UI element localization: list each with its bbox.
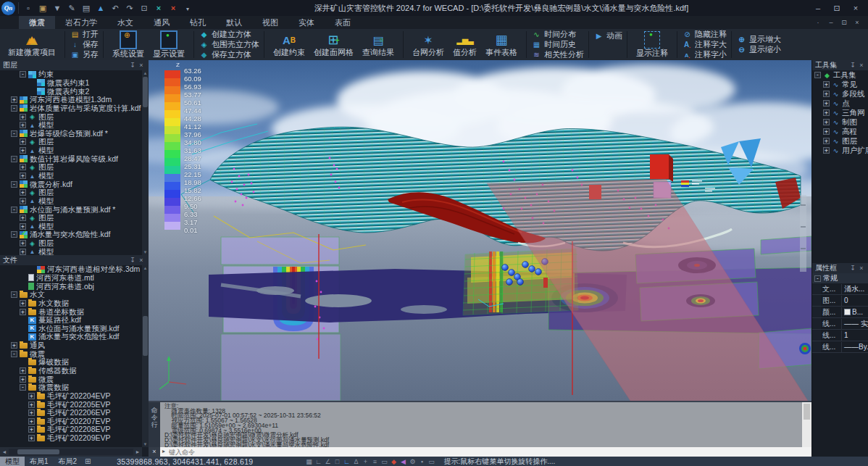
object-snap-tracking-icon[interactable]: ∆ [352, 458, 359, 465]
file-tree-item[interactable]: 涌水量与突水危险性.kdf [0, 333, 142, 341]
edit-icon[interactable] [65, 2, 78, 14]
file-tree-item[interactable]: 河东河西巷道相对坐标.3dm [0, 265, 142, 274]
expand-icon[interactable]: + [28, 393, 35, 399]
restore-button[interactable]: ⊡ [827, 1, 846, 15]
file-tree-item[interactable]: 爆破数据 [0, 358, 142, 367]
expand-icon[interactable]: + [823, 109, 830, 116]
doc-minimize-button[interactable]: – [825, 19, 838, 26]
ribbon-button-显示注释[interactable]: 显示注释 [632, 30, 672, 60]
transparency-icon[interactable]: ▭ [380, 458, 388, 465]
open-file-icon[interactable] [36, 2, 49, 14]
property-row[interactable]: 图...0 [812, 295, 868, 307]
pin-icon[interactable]: ↧ [848, 62, 857, 69]
file-tree-item[interactable]: 河西河东巷道.obj [0, 282, 142, 291]
file-tree-item[interactable]: +毛坪矿202205EVP [0, 400, 142, 409]
ribbon-button-查询结果[interactable]: 查询结果 [358, 30, 398, 60]
collapse-icon[interactable]: - [20, 71, 26, 78]
collapse-icon[interactable]: - [11, 351, 17, 357]
layer-tree-item[interactable]: +模型 [0, 247, 142, 255]
menu-tab-水文[interactable]: 水文 [107, 16, 143, 29]
expand-icon[interactable]: + [28, 418, 35, 425]
layers-scrollbar[interactable]: ▲ ▼ [142, 70, 149, 255]
property-row[interactable]: 线...—— 实... [812, 318, 868, 330]
close-view-icon[interactable] [152, 2, 165, 14]
close-doc-icon[interactable] [167, 2, 180, 14]
toolbox-tree-item[interactable]: +常见 [812, 80, 868, 89]
doc-menu-icon[interactable]: · [811, 19, 825, 26]
viewport-3d-scene[interactable] [149, 60, 811, 401]
ribbon-button-隐藏注释[interactable]: 隐藏注释 [682, 30, 727, 39]
expand-icon[interactable]: + [28, 409, 35, 416]
qat-menu-icon[interactable] [181, 2, 194, 14]
lineweight-icon[interactable]: ≡ [371, 458, 378, 465]
layer-tree-item[interactable]: +图层 [0, 214, 142, 222]
minimize-button[interactable]: – [809, 1, 827, 15]
file-tree-item[interactable]: +毛坪矿202204EVP [0, 392, 142, 401]
new-file-icon[interactable] [22, 2, 35, 14]
new-layout-icon[interactable]: ⊞ [82, 457, 93, 465]
expand-icon[interactable]: + [20, 114, 26, 120]
expand-icon[interactable]: + [823, 128, 830, 135]
ribbon-button-显示增大[interactable]: 显示增大 [736, 35, 781, 44]
layout-tab-模型[interactable]: 模型 [0, 457, 25, 466]
brand-a-icon[interactable] [94, 2, 107, 14]
expand-icon[interactable]: + [20, 122, 26, 128]
snap-icon[interactable]: ∟ [314, 458, 322, 465]
ribbon-button-相关性分析[interactable]: 相关性分析 [531, 50, 584, 59]
toolbox-tree-item[interactable]: +图层 [812, 136, 868, 146]
file-tree-item[interactable]: -水文 [0, 291, 142, 299]
save-file-icon[interactable] [51, 2, 64, 14]
doc-close-button[interactable]: × [851, 19, 864, 26]
ribbon-button-新建微震项目[interactable]: 新建微震项目 [4, 30, 60, 60]
expand-icon[interactable]: + [823, 81, 830, 88]
files-scrollbar[interactable]: ▲ ▼ [142, 265, 149, 447]
ribbon-button-注释字大[interactable]: 注释字大 [682, 40, 727, 49]
ribbon-button-创建面网格[interactable]: 创建面网格 [309, 30, 358, 60]
collapse-icon[interactable]: - [11, 207, 17, 213]
ribbon-button-另存[interactable]: 另存 [70, 50, 99, 59]
layer-tree-item[interactable]: -数值计算岩爆风险等级.kdf [0, 154, 142, 163]
layer-tree-item[interactable]: +模型 [0, 197, 142, 206]
layer-tree-item[interactable]: -水位面与涌水量预测.kdf * [0, 205, 142, 214]
expand-icon[interactable]: + [20, 240, 26, 246]
workspace-gear-icon[interactable]: ⚙ [409, 458, 416, 465]
layout-tab-布局2[interactable]: 布局2 [54, 457, 83, 466]
collapse-icon[interactable]: - [814, 275, 821, 282]
osnap-icon[interactable]: ∟ [343, 458, 350, 465]
expand-icon[interactable]: + [20, 198, 26, 204]
menu-tab-视图[interactable]: 视图 [252, 16, 288, 29]
toolbox-tree-item[interactable]: -工具集 [812, 70, 868, 80]
collapse-icon[interactable]: - [11, 291, 17, 298]
menu-tab-钻孔[interactable]: 钻孔 [180, 16, 216, 29]
layer-tree-item[interactable]: +图层 [0, 138, 142, 146]
file-tree-item[interactable]: 蔓延路径.kdf [0, 316, 142, 325]
expand-icon[interactable]: + [20, 376, 26, 383]
ribbon-button-打开[interactable]: 打开 [70, 30, 99, 39]
property-row[interactable]: 线...——By... [812, 341, 868, 353]
tree-horizontal-scrollbar[interactable]: ◄ ► [0, 447, 142, 457]
close-button[interactable]: × [846, 1, 865, 15]
expand-icon[interactable]: + [20, 367, 26, 374]
expand-icon[interactable]: + [28, 426, 35, 433]
expand-icon[interactable]: + [11, 96, 17, 103]
ribbon-button-创建立方体[interactable]: 创建立方体 [199, 30, 259, 39]
ribbon-button-保存立方体[interactable]: 保存立方体 [199, 50, 259, 59]
layer-tree-item[interactable]: -涌水量与突水危险性.kdf [0, 230, 142, 239]
expand-icon[interactable]: + [20, 249, 26, 255]
redo-icon[interactable] [123, 2, 136, 14]
expand-icon[interactable]: + [20, 138, 26, 145]
ribbon-button-显示缩小[interactable]: 显示缩小 [736, 45, 781, 54]
menu-tab-表面[interactable]: 表面 [325, 16, 361, 29]
layer-tree-item[interactable]: -约束 [0, 70, 142, 79]
collapse-icon[interactable]: - [11, 181, 17, 188]
polar-tracking-icon[interactable]: □ [333, 458, 341, 465]
expand-icon[interactable]: + [823, 138, 830, 144]
collapse-icon[interactable]: - [20, 384, 26, 391]
ribbon-button-系统设置[interactable]: 系统设置 [108, 30, 149, 60]
print-icon[interactable] [80, 2, 93, 14]
collapse-icon[interactable]: - [11, 156, 17, 162]
console-scrollbar[interactable] [802, 402, 811, 449]
ribbon-button-时间历史[interactable]: 时间历史 [531, 40, 584, 49]
file-tree-item[interactable]: +微震 [0, 375, 142, 383]
expand-icon[interactable]: + [20, 189, 26, 196]
